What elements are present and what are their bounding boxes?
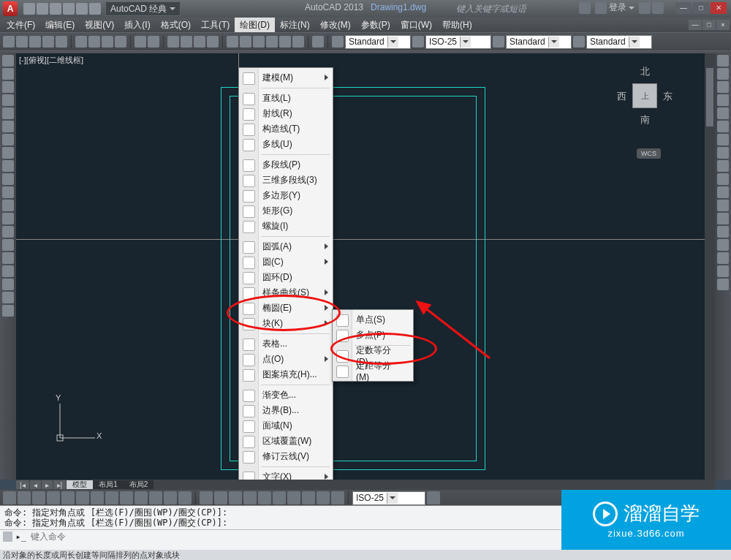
ellipse-icon[interactable]: [2, 173, 14, 185]
gradient-icon[interactable]: [2, 252, 14, 264]
textstyle-combo[interactable]: Standard: [345, 35, 411, 49]
tab-model[interactable]: 模型: [67, 480, 93, 489]
dimstyle-combo[interactable]: ISO-25: [425, 35, 491, 49]
signin-button[interactable]: 登录: [595, 1, 635, 14]
exchange-icon[interactable]: [639, 2, 651, 14]
erase-icon[interactable]: [717, 55, 729, 67]
maximize-button[interactable]: □: [693, 2, 709, 14]
viewcube-south[interactable]: 南: [640, 113, 650, 126]
arc-icon[interactable]: [2, 121, 14, 132]
tab-first-button[interactable]: |◂: [16, 480, 29, 489]
dim-linear-icon[interactable]: [200, 491, 213, 504]
line-icon[interactable]: [2, 55, 14, 67]
grid-icon[interactable]: [18, 491, 31, 504]
copy-icon[interactable]: [88, 36, 100, 48]
menu-format[interactable]: 格式(O): [156, 18, 196, 32]
makeblock-icon[interactable]: [2, 213, 14, 224]
menu-item[interactable]: 图案填充(H)...: [239, 367, 333, 382]
toolpalette-icon[interactable]: [253, 36, 265, 48]
menu-modify[interactable]: 修改(M): [315, 18, 356, 32]
menu-item[interactable]: 建模(M): [239, 70, 333, 86]
menu-item[interactable]: 区域覆盖(W): [239, 434, 333, 449]
tab-prev-button[interactable]: ◂: [30, 480, 41, 489]
doc-restore-button[interactable]: □: [702, 20, 716, 30]
menu-item[interactable]: 多边形(Y): [239, 188, 333, 203]
scale-icon[interactable]: [717, 147, 729, 159]
mtext-icon[interactable]: [2, 292, 14, 303]
dim-qdim-icon[interactable]: [302, 491, 315, 504]
osnap-icon[interactable]: [61, 491, 75, 504]
search-icon[interactable]: [579, 2, 591, 14]
ellipsearc-icon[interactable]: [2, 186, 14, 198]
new-icon[interactable]: [3, 36, 15, 48]
menu-item[interactable]: 面域(N): [239, 418, 333, 434]
wcs-badge[interactable]: WCS: [637, 148, 661, 159]
menu-item[interactable]: 样条曲线(S): [239, 285, 333, 300]
mlstyle-icon[interactable]: [573, 36, 585, 48]
offset-icon[interactable]: [717, 94, 729, 106]
otrack-icon[interactable]: [91, 491, 104, 504]
menu-edit[interactable]: 编辑(E): [40, 18, 80, 32]
osnap3d-icon[interactable]: [76, 491, 89, 504]
menu-item[interactable]: 边界(B)...: [239, 403, 333, 418]
chamfer-icon[interactable]: [717, 226, 729, 238]
qp-icon[interactable]: [164, 491, 177, 504]
addselected-icon[interactable]: [2, 305, 14, 317]
join-icon[interactable]: [717, 213, 729, 224]
menu-parametric[interactable]: 参数(P): [356, 18, 395, 32]
menu-item[interactable]: 椭圆(E): [239, 300, 333, 316]
submenu-item[interactable]: 多点(P): [333, 328, 413, 343]
tpy-icon[interactable]: [149, 491, 162, 504]
qat-open-icon[interactable]: [37, 3, 48, 15]
zoomprev-icon[interactable]: [207, 36, 219, 48]
help-icon[interactable]: [652, 2, 664, 14]
matchprop-icon[interactable]: [115, 36, 126, 48]
snap-icon[interactable]: [3, 491, 16, 504]
menu-item[interactable]: 构造线(T): [239, 121, 333, 137]
viewcube-top-face[interactable]: 上: [632, 83, 657, 108]
menu-item[interactable]: 圆(C): [239, 254, 333, 270]
menu-item[interactable]: 螺旋(I): [239, 219, 333, 234]
minimize-button[interactable]: —: [675, 2, 692, 14]
viewcube-north[interactable]: 北: [640, 65, 650, 78]
revcloud-icon[interactable]: [2, 147, 14, 159]
qat-print-icon[interactable]: [89, 3, 101, 15]
dim-diam-icon[interactable]: [273, 491, 286, 504]
viewport-label[interactable]: [-][俯视][二维线框]: [19, 55, 83, 66]
move-icon[interactable]: [717, 121, 729, 132]
doc-minimize-button[interactable]: —: [689, 20, 702, 30]
dimstyle-icon[interactable]: [412, 36, 424, 48]
trim-icon[interactable]: [717, 173, 729, 185]
doc-close-button[interactable]: ×: [716, 20, 730, 30]
tab-next-button[interactable]: ▸: [42, 480, 53, 489]
menu-file[interactable]: 文件(F): [1, 18, 40, 32]
spline-icon[interactable]: [2, 160, 14, 172]
dim-update-icon[interactable]: [427, 491, 440, 504]
save-icon[interactable]: [29, 36, 41, 48]
fillet-icon[interactable]: [717, 239, 729, 251]
menu-help[interactable]: 帮助(H): [437, 18, 477, 32]
table-icon[interactable]: [2, 279, 14, 290]
help2-icon[interactable]: [312, 36, 324, 48]
insertblock-icon[interactable]: [2, 200, 14, 211]
mlstyle-combo[interactable]: Standard: [586, 35, 652, 49]
textstyle-icon[interactable]: [332, 36, 344, 48]
paste-icon[interactable]: [102, 36, 113, 48]
menu-item[interactable]: 块(K): [239, 316, 333, 331]
menu-item[interactable]: 修订云线(V): [239, 449, 333, 464]
menu-item[interactable]: 圆环(D): [239, 270, 333, 285]
point-icon[interactable]: [2, 226, 14, 238]
menu-insert[interactable]: 插入(I): [119, 18, 155, 32]
view-cube[interactable]: 上 北 南 东 西: [616, 67, 674, 125]
tab-layout1[interactable]: 布局1: [93, 480, 124, 489]
menu-item[interactable]: 多线(U): [239, 137, 333, 152]
menu-item[interactable]: 三维多段线(3): [239, 173, 333, 188]
explode-icon[interactable]: [717, 265, 729, 277]
submenu-item[interactable]: 定距等分(M): [333, 363, 413, 379]
viewcube-west[interactable]: 西: [617, 90, 626, 103]
menu-window[interactable]: 窗口(W): [395, 18, 437, 32]
vertical-scrollbar[interactable]: [705, 53, 715, 480]
submenu-item[interactable]: 单点(S): [333, 312, 413, 328]
properties-icon[interactable]: [227, 36, 238, 48]
menu-item[interactable]: 表格...: [239, 336, 333, 352]
